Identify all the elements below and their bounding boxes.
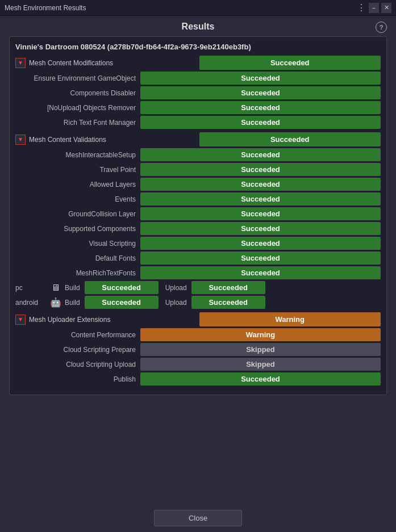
row-visual-scripting: Visual Scripting Succeeded — [15, 237, 381, 250]
section-mesh-uploader-extensions: ▼ Mesh Uploader Extensions Warning Conte… — [15, 312, 381, 386]
row-status-content-performance: Warning — [140, 328, 381, 341]
row-status-cloud-scripting-prepare: Skipped — [140, 343, 381, 356]
row-label-default-fonts: Default Fonts — [15, 254, 140, 262]
row-status-cloud-scripting-upload: Skipped — [140, 358, 381, 371]
platform-row-android: android 🤖 Build Succeeded Upload Succeed… — [15, 296, 381, 309]
env-title: Vinnie's Dartroom 080524 (a278b70d-fb64-… — [15, 43, 381, 51]
android-icon: 🤖 — [49, 297, 62, 308]
close-bar: Close — [9, 510, 387, 526]
row-label-mesh-interactable: MeshInteractableSetup — [15, 151, 140, 159]
toggle-validations[interactable]: ▼ — [15, 135, 26, 145]
platform-label-android: android — [15, 299, 47, 307]
window-title: Mesh Environment Results — [5, 4, 357, 12]
main-panel: Results ? Vinnie's Dartroom 080524 (a278… — [0, 16, 396, 532]
toggle-modifications[interactable]: ▼ — [15, 58, 26, 68]
row-label-content-performance: Content Performance — [15, 331, 140, 339]
platform-build-status-android: Succeeded — [85, 296, 159, 309]
row-status-mesh-interactable: Succeeded — [140, 148, 381, 161]
more-options-button[interactable]: ⋮ — [357, 2, 366, 13]
row-rich-text-font: Rich Text Font Manager Succeeded — [15, 116, 381, 129]
row-label-noupload-remover: [NoUpload] Objects Remover — [15, 104, 140, 112]
row-ensure-env: Ensure Environment GameObject Succeeded — [15, 72, 381, 85]
row-label-supported-components: Supported Components — [15, 225, 140, 233]
row-label-publish: Publish — [15, 375, 140, 383]
monitor-icon: 🖥 — [49, 283, 62, 293]
row-mesh-rich-text: MeshRichTextFonts Succeeded — [15, 266, 381, 279]
results-heading: Results ? — [9, 22, 387, 32]
row-status-events: Succeeded — [140, 192, 381, 206]
title-bar: Mesh Environment Results ⋮ − ✕ — [0, 0, 396, 16]
row-status-noupload-remover: Succeeded — [140, 101, 381, 114]
row-label-mesh-rich-text: MeshRichTextFonts — [15, 269, 140, 277]
row-status-travel-point: Succeeded — [140, 163, 381, 176]
row-label-visual-scripting: Visual Scripting — [15, 240, 140, 248]
row-status-supported-components: Succeeded — [140, 222, 381, 235]
row-mesh-interactable: MeshInteractableSetup Succeeded — [15, 148, 381, 161]
row-label-travel-point: Travel Point — [15, 166, 140, 174]
section-mesh-content-modifications: ▼ Mesh Content Modifications Succeeded E… — [15, 56, 381, 129]
help-icon[interactable]: ? — [376, 22, 387, 33]
row-label-rich-text-font: Rich Text Font Manager — [15, 119, 140, 127]
row-content-performance: Content Performance Warning — [15, 328, 381, 341]
section-status-modifications: Succeeded — [199, 56, 381, 70]
toggle-extensions[interactable]: ▼ — [15, 315, 26, 325]
close-button[interactable]: ✕ — [381, 3, 391, 13]
row-status-visual-scripting: Succeeded — [140, 237, 381, 250]
close-button-main[interactable]: Close — [154, 510, 242, 526]
row-label-components-disabler: Components Disabler — [15, 89, 140, 97]
platform-build-status-pc: Succeeded — [85, 281, 159, 294]
build-label-android: Build — [65, 299, 80, 307]
row-default-fonts: Default Fonts Succeeded — [15, 252, 381, 265]
section-status-extensions: Warning — [199, 312, 381, 326]
row-label-allowed-layers: Allowed Layers — [15, 181, 140, 188]
row-status-publish: Succeeded — [140, 372, 381, 386]
row-label-ensure-env: Ensure Environment GameObject — [15, 74, 140, 82]
section-label-validations: Mesh Content Validations — [28, 136, 199, 144]
row-cloud-scripting-prepare: Cloud Scripting Prepare Skipped — [15, 343, 381, 356]
row-allowed-layers: Allowed Layers Succeeded — [15, 178, 381, 191]
row-noupload-remover: [NoUpload] Objects Remover Succeeded — [15, 101, 381, 114]
platform-upload-status-pc: Succeeded — [191, 281, 265, 294]
row-label-cloud-scripting-upload: Cloud Scripting Upload — [15, 361, 140, 368]
row-components-disabler: Components Disabler Succeeded — [15, 86, 381, 99]
section-header-extensions: ▼ Mesh Uploader Extensions Warning — [15, 312, 381, 326]
row-status-default-fonts: Succeeded — [140, 252, 381, 265]
row-label-groundcollision: GroundCollision Layer — [15, 210, 140, 218]
section-label-modifications: Mesh Content Modifications — [28, 59, 199, 67]
row-cloud-scripting-upload: Cloud Scripting Upload Skipped — [15, 358, 381, 371]
row-status-groundcollision: Succeeded — [140, 207, 381, 220]
section-status-validations: Succeeded — [199, 132, 381, 146]
row-status-allowed-layers: Succeeded — [140, 178, 381, 191]
section-mesh-content-validations: ▼ Mesh Content Validations Succeeded Mes… — [15, 132, 381, 309]
row-status-components-disabler: Succeeded — [140, 86, 381, 99]
section-header-validations: ▼ Mesh Content Validations Succeeded — [15, 132, 381, 146]
scroll-area[interactable]: Vinnie's Dartroom 080524 (a278b70d-fb64-… — [9, 36, 387, 505]
row-travel-point: Travel Point Succeeded — [15, 163, 381, 176]
section-label-extensions: Mesh Uploader Extensions — [28, 316, 199, 324]
row-label-events: Events — [15, 195, 140, 203]
row-status-mesh-rich-text: Succeeded — [140, 266, 381, 279]
minimize-button[interactable]: − — [369, 3, 379, 13]
window-controls: ⋮ − ✕ — [357, 2, 391, 13]
row-publish: Publish Succeeded — [15, 372, 381, 386]
row-events: Events Succeeded — [15, 192, 381, 206]
row-supported-components: Supported Components Succeeded — [15, 222, 381, 235]
platform-upload-status-android: Succeeded — [191, 296, 265, 309]
build-label-pc: Build — [65, 284, 80, 292]
row-status-rich-text-font: Succeeded — [140, 116, 381, 129]
row-status-ensure-env: Succeeded — [140, 72, 381, 85]
upload-label-pc: Upload — [165, 284, 187, 292]
row-label-cloud-scripting-prepare: Cloud Scripting Prepare — [15, 346, 140, 354]
row-groundcollision: GroundCollision Layer Succeeded — [15, 207, 381, 220]
section-header-modifications: ▼ Mesh Content Modifications Succeeded — [15, 56, 381, 70]
results-box: Vinnie's Dartroom 080524 (a278b70d-fb64-… — [9, 36, 387, 395]
platform-label-pc: pc — [15, 284, 47, 292]
platform-row-pc: pc 🖥 Build Succeeded Upload Succeeded — [15, 281, 381, 294]
upload-label-android: Upload — [165, 299, 187, 307]
